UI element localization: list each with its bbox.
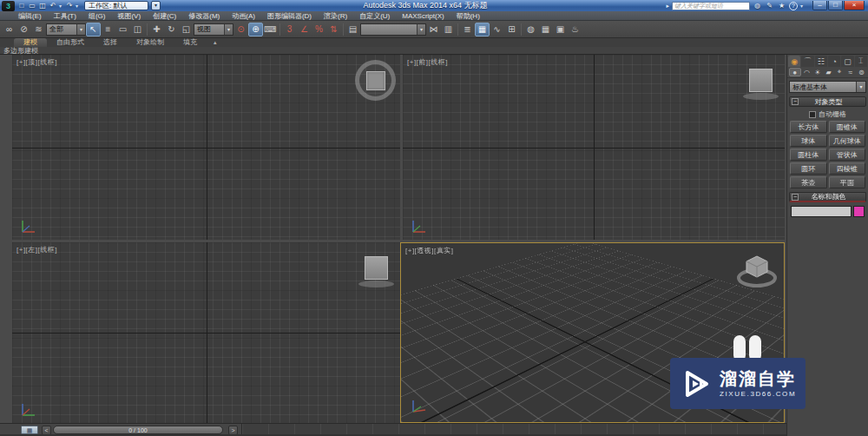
render-production-icon[interactable]: ♨ bbox=[568, 23, 582, 36]
infocenter-expand-icon[interactable]: ▸ bbox=[666, 3, 669, 10]
select-and-manipulate-icon[interactable]: ⊕ bbox=[248, 23, 263, 36]
edit-named-selection-sets-icon[interactable]: ▤ bbox=[345, 23, 360, 36]
create-tab-icon[interactable]: ◉ bbox=[788, 56, 800, 67]
select-and-scale-icon[interactable]: ◱ bbox=[179, 23, 194, 36]
bind-to-space-warp-icon[interactable]: ≋ bbox=[31, 23, 46, 36]
box-button[interactable]: 长方体 bbox=[790, 121, 827, 133]
menu-views[interactable]: 视图(V) bbox=[111, 11, 147, 21]
name-color-rollout-header[interactable]: − 名称和颜色 bbox=[789, 192, 866, 202]
select-object-icon[interactable]: ↖ bbox=[86, 23, 101, 36]
open-file-icon[interactable]: ▭ bbox=[28, 2, 36, 10]
object-color-swatch[interactable] bbox=[853, 206, 865, 217]
app-logo-icon[interactable]: 3 bbox=[2, 1, 15, 11]
angle-snap-icon[interactable]: ∠ bbox=[297, 23, 312, 36]
mirror-icon[interactable]: ⋈ bbox=[426, 23, 441, 36]
schematic-view-icon[interactable]: ⊞ bbox=[504, 23, 519, 36]
undo-icon[interactable]: ↶ bbox=[49, 2, 57, 10]
material-editor-icon[interactable]: ◍ bbox=[523, 23, 538, 36]
ribbon-collapse-icon[interactable]: ▴ bbox=[214, 38, 217, 47]
search-input[interactable] bbox=[672, 2, 750, 10]
viewport-label-perspective[interactable]: [+][透视][真实] bbox=[405, 246, 454, 255]
systems-category-icon[interactable]: ⊚ bbox=[856, 68, 866, 76]
menu-create[interactable]: 创建(C) bbox=[147, 11, 182, 21]
ribbon-tab-modeling[interactable]: 建模 bbox=[14, 38, 47, 47]
menu-modifiers[interactable]: 修改器(M) bbox=[182, 11, 226, 21]
plane-button[interactable]: 平面 bbox=[829, 176, 866, 188]
rendered-frame-window-icon[interactable]: ▣ bbox=[553, 23, 568, 36]
next-frame-button[interactable]: > bbox=[228, 426, 238, 435]
cylinder-button[interactable]: 圆柱体 bbox=[790, 149, 827, 161]
ribbon-tab-selection[interactable]: 选择 bbox=[94, 38, 127, 47]
viewport-label-top[interactable]: [+][顶][线框] bbox=[16, 57, 57, 67]
new-file-icon[interactable]: □ bbox=[17, 2, 26, 10]
shapes-category-icon[interactable]: ◠ bbox=[802, 68, 812, 76]
menu-customize[interactable]: 自定义(U) bbox=[353, 11, 396, 21]
viewport-top[interactable]: [+][顶][线框] bbox=[12, 55, 400, 240]
pyramid-button[interactable]: 四棱锥 bbox=[829, 162, 866, 175]
rectangular-selection-region-icon[interactable]: ▭ bbox=[115, 23, 130, 36]
viewport-front[interactable]: [+][前][线框] bbox=[403, 55, 785, 240]
spacewarps-category-icon[interactable]: ≈ bbox=[845, 68, 856, 76]
viewport-left[interactable]: [+][左][线框] bbox=[12, 242, 400, 423]
snaps-toggle-icon[interactable]: 3 bbox=[282, 23, 297, 36]
selection-filter-dropdown[interactable]: 全部 ▾ bbox=[46, 23, 86, 36]
menu-animation[interactable]: 动画(A) bbox=[226, 11, 261, 21]
graphite-ribbon-toggle-icon[interactable]: ▦ bbox=[475, 23, 490, 36]
viewcube-top-icon[interactable] bbox=[355, 60, 396, 101]
select-and-rotate-icon[interactable]: ↻ bbox=[164, 23, 179, 36]
save-file-icon[interactable]: ◫ bbox=[38, 2, 47, 10]
communication-center-icon[interactable]: ◍ bbox=[753, 2, 762, 10]
lights-category-icon[interactable]: ☀ bbox=[812, 68, 823, 76]
workspace-dropdown-icon[interactable]: ▾ bbox=[151, 1, 161, 10]
select-and-move-icon[interactable]: ✚ bbox=[149, 23, 164, 36]
favorites-icon[interactable]: ★ bbox=[777, 2, 786, 10]
community-icon[interactable]: ✎ bbox=[765, 2, 774, 10]
align-icon[interactable]: ▥ bbox=[441, 23, 456, 36]
help-dropdown-icon[interactable]: ▾ bbox=[800, 3, 805, 9]
redo-dropdown-icon[interactable]: ▾ bbox=[76, 3, 80, 9]
help-icon[interactable]: ? bbox=[789, 2, 798, 10]
teapot-button[interactable]: 茶壶 bbox=[790, 176, 827, 188]
cone-button[interactable]: 圆锥体 bbox=[829, 121, 866, 133]
track-bar-icon[interactable]: ▦ bbox=[21, 426, 38, 434]
menu-help[interactable]: 帮助(H) bbox=[450, 11, 486, 21]
hierarchy-tab-icon[interactable]: ☷ bbox=[815, 56, 827, 67]
spinner-snap-icon[interactable]: ⇅ bbox=[326, 23, 341, 36]
maximize-button[interactable]: □ bbox=[828, 1, 843, 10]
previous-frame-button[interactable]: < bbox=[42, 426, 51, 435]
utilities-tab-icon[interactable]: ⌶ bbox=[855, 56, 867, 67]
torus-button[interactable]: 圆环 bbox=[790, 162, 827, 175]
object-name-field[interactable] bbox=[791, 206, 852, 217]
reference-coordinate-dropdown[interactable]: 视图 ▾ bbox=[194, 23, 233, 36]
menu-graph-editors[interactable]: 图形编辑器(D) bbox=[261, 11, 318, 21]
select-by-name-icon[interactable]: ≡ bbox=[101, 23, 115, 36]
curve-editor-icon[interactable]: ∿ bbox=[490, 23, 504, 36]
named-selection-sets-dropdown[interactable]: ▾ bbox=[360, 23, 426, 36]
layer-manager-icon[interactable]: ≣ bbox=[460, 23, 475, 36]
sphere-button[interactable]: 球体 bbox=[790, 135, 827, 147]
tube-button[interactable]: 管状体 bbox=[829, 149, 866, 161]
workspace-selector[interactable]: 工作区: 默认 bbox=[84, 1, 148, 10]
menu-maxscript[interactable]: MAXScript(X) bbox=[396, 11, 450, 21]
close-button[interactable]: × bbox=[844, 1, 865, 10]
viewcube-left-icon[interactable] bbox=[364, 256, 390, 291]
minimize-button[interactable]: – bbox=[812, 1, 827, 10]
polygon-modeling-panel-label[interactable]: 多边形建模 bbox=[3, 47, 38, 55]
menu-tools[interactable]: 工具(T) bbox=[48, 11, 82, 21]
ribbon-tab-populate[interactable]: 填充 bbox=[174, 38, 207, 47]
autogrid-checkbox[interactable] bbox=[809, 111, 816, 118]
motion-tab-icon[interactable]: ◔ bbox=[828, 56, 840, 67]
redo-icon[interactable]: ↷ bbox=[65, 2, 74, 10]
unlink-selection-icon[interactable]: ⊘ bbox=[16, 23, 31, 36]
display-tab-icon[interactable]: ▢ bbox=[841, 56, 853, 67]
geometry-category-icon[interactable]: ● bbox=[789, 68, 801, 76]
keyboard-shortcut-override-icon[interactable]: ⌨ bbox=[263, 23, 278, 36]
menu-group[interactable]: 组(G) bbox=[82, 11, 112, 21]
viewport-label-front[interactable]: [+][前][线框] bbox=[407, 57, 448, 67]
undo-dropdown-icon[interactable]: ▾ bbox=[59, 3, 63, 9]
helpers-category-icon[interactable]: ⌖ bbox=[834, 68, 845, 76]
time-slider[interactable]: 0 / 100 bbox=[53, 426, 223, 434]
geosphere-button[interactable]: 几何球体 bbox=[829, 135, 866, 147]
use-pivot-point-icon[interactable]: ⊙ bbox=[233, 23, 248, 36]
primitive-category-dropdown[interactable]: 标准基本体 ▾ bbox=[789, 81, 866, 93]
